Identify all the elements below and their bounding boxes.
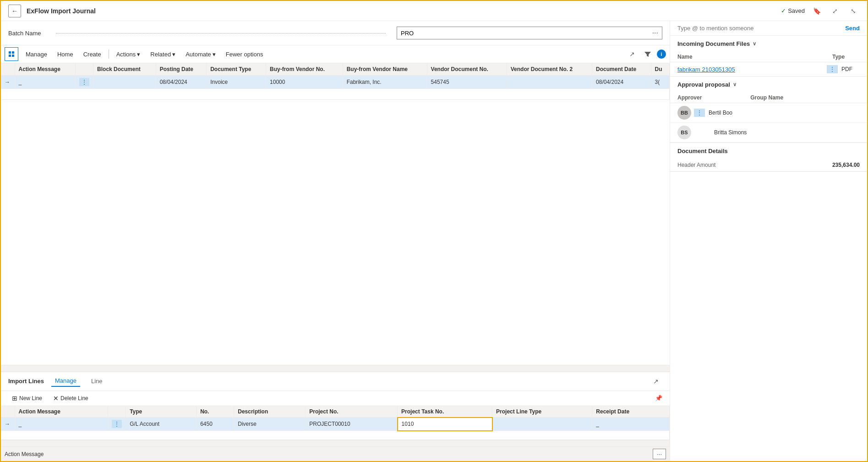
back-button[interactable]: ← xyxy=(8,5,21,17)
doc-file-type: PDF xyxy=(841,66,860,72)
approver-bs-avatar: BS xyxy=(677,126,691,139)
toolbar: Manage Home Create Actions ▾ Related ▾ xyxy=(1,45,670,63)
batch-name-row: Batch Name ··· xyxy=(1,21,670,45)
minimize-button[interactable]: ⤡ xyxy=(847,5,860,17)
row-three-dot[interactable]: ⋮ xyxy=(76,76,93,89)
create-button[interactable]: Create xyxy=(79,49,106,60)
il-col-project-task-no: Project Task No. xyxy=(398,406,492,418)
pin-icon[interactable]: 📌 xyxy=(655,395,662,402)
table-empty-row xyxy=(1,89,670,100)
il-col-arrow xyxy=(1,406,15,418)
send-button[interactable]: Send xyxy=(845,25,860,32)
saved-label: Saved xyxy=(788,7,805,14)
doc-details-title: Document Details xyxy=(677,148,728,154)
doc-type-col-header: Type xyxy=(832,54,860,60)
col-block-doc xyxy=(76,63,93,76)
delete-line-icon: ✕ xyxy=(53,395,59,402)
toolbar-right: ↗ i xyxy=(626,48,666,60)
il-row-project-no: PROJECT00010 xyxy=(306,418,398,431)
il-col-project-no: Project No. xyxy=(306,406,398,418)
row-action-message[interactable]: _ xyxy=(15,76,76,89)
row-vendor-doc-no: 545745 xyxy=(427,76,507,89)
share-icon-button[interactable]: ↗ xyxy=(626,48,639,60)
mention-area: Send xyxy=(670,21,867,36)
saved-indicator: ✓ Saved xyxy=(781,7,805,14)
il-row-action-message[interactable]: _ xyxy=(15,418,108,431)
il-row-no: 6450 xyxy=(197,418,234,431)
doc-details-header[interactable]: Document Details xyxy=(670,143,867,159)
il-col-no: No. xyxy=(197,406,234,418)
approval-row-2: BS Britta Simons xyxy=(670,123,867,143)
approval-section-header[interactable]: Approval proposal ∨ xyxy=(670,77,867,93)
approval-bb-menu-button[interactable]: ⋮ xyxy=(694,109,705,117)
il-row-project-task-no[interactable]: 1010 xyxy=(398,418,492,431)
tab-line[interactable]: Line xyxy=(87,376,106,386)
filter-icon-button[interactable] xyxy=(641,48,654,60)
mention-input[interactable] xyxy=(677,25,841,32)
delete-line-button[interactable]: ✕ Delete Line xyxy=(49,393,92,404)
lower-h-scroll[interactable] xyxy=(1,440,670,446)
app-container: ← ExFlow Import Journal ✓ Saved 🔖 ⤢ ⤡ Ba… xyxy=(0,0,868,462)
info-circle-badge[interactable]: i xyxy=(657,50,666,59)
fewer-options-button[interactable]: Fewer options xyxy=(221,49,268,60)
row-posting-date: 08/04/2024 xyxy=(156,76,207,89)
grid-icon[interactable] xyxy=(5,47,18,61)
tab-manage[interactable]: Manage xyxy=(51,375,80,387)
il-row-menu-button[interactable]: ⋮ xyxy=(112,420,122,428)
automate-button[interactable]: Automate ▾ xyxy=(181,49,220,60)
home-button[interactable]: Home xyxy=(53,49,78,60)
group-col-header: Group Name xyxy=(750,94,860,101)
bookmark-button[interactable]: 🔖 xyxy=(810,5,823,17)
related-button[interactable]: Related ▾ xyxy=(146,49,180,60)
incoming-docs-header[interactable]: Incoming Document Files ∨ xyxy=(670,36,867,52)
incoming-docs-chevron-icon: ∨ xyxy=(753,41,756,47)
svg-rect-2 xyxy=(9,55,11,57)
bottom-action-label: Action Message xyxy=(5,451,649,457)
row-menu-button[interactable]: ⋮ xyxy=(79,78,89,86)
actions-chevron-icon: ▾ xyxy=(137,51,140,58)
col-du: Du xyxy=(651,63,669,76)
batch-name-label: Batch Name xyxy=(8,30,45,37)
bottom-menu-button[interactable]: ··· xyxy=(653,449,666,459)
top-actions: ✓ Saved 🔖 ⤢ ⤡ xyxy=(781,5,860,17)
batch-menu-icon[interactable]: ··· xyxy=(649,27,662,39)
manage-button[interactable]: Manage xyxy=(21,49,52,60)
left-panel: Batch Name ··· Mana xyxy=(1,21,670,461)
batch-dots-separator xyxy=(56,33,386,33)
lower-table-header-row: Action Message Type No. Description Proj… xyxy=(1,406,670,418)
svg-rect-0 xyxy=(9,51,11,54)
import-lines-share-button[interactable]: ↗ xyxy=(650,375,662,388)
automate-chevron-icon: ▾ xyxy=(213,51,216,58)
approval-chevron-icon: ∨ xyxy=(733,82,737,88)
doc-file-menu-button[interactable]: ⋮ xyxy=(827,65,838,73)
col-buy-from-vendor-name: Buy-from Vendor Name xyxy=(343,63,427,76)
checkmark-icon: ✓ xyxy=(781,7,786,14)
new-line-button[interactable]: ⊞ New Line xyxy=(8,393,46,404)
actions-button[interactable]: Actions ▾ xyxy=(112,49,145,60)
doc-detail-header-amount: Header Amount 235,634.00 xyxy=(670,159,867,171)
doc-file-link[interactable]: fabrikam 2103051305 xyxy=(677,66,823,73)
doc-details-section: Document Details Header Amount 235,634.0… xyxy=(670,143,867,172)
row-buy-from-vendor-name: Fabrikam, Inc. xyxy=(343,76,427,89)
col-document-type: Document Type xyxy=(207,63,266,76)
row-document-date: 08/04/2024 xyxy=(592,76,651,89)
row-block-document xyxy=(93,76,156,89)
upper-data-table: Action Message Block Document Posting Da… xyxy=(1,63,670,100)
page-title: ExFlow Import Journal xyxy=(27,7,781,15)
toolbar-separator-1 xyxy=(109,50,109,59)
batch-name-input[interactable] xyxy=(397,28,649,38)
col-action-message: Action Message xyxy=(15,63,76,76)
il-col-menu xyxy=(108,406,126,418)
lower-data-table: Action Message Type No. Description Proj… xyxy=(1,406,670,440)
il-col-receipt-date: Receipt Date xyxy=(592,406,670,418)
col-block-document: Block Document xyxy=(93,63,156,76)
approval-title: Approval proposal xyxy=(677,81,730,88)
il-row-project-line-type xyxy=(492,418,592,431)
il-row-menu[interactable]: ⋮ xyxy=(108,418,126,431)
upper-h-scroll[interactable] xyxy=(1,365,670,371)
il-col-description: Description xyxy=(234,406,306,418)
expand-button[interactable]: ⤢ xyxy=(829,5,841,17)
approver-bb-avatar: BB xyxy=(677,106,691,120)
batch-input-container: ··· xyxy=(397,27,662,39)
upper-table-header-row: Action Message Block Document Posting Da… xyxy=(1,63,670,76)
